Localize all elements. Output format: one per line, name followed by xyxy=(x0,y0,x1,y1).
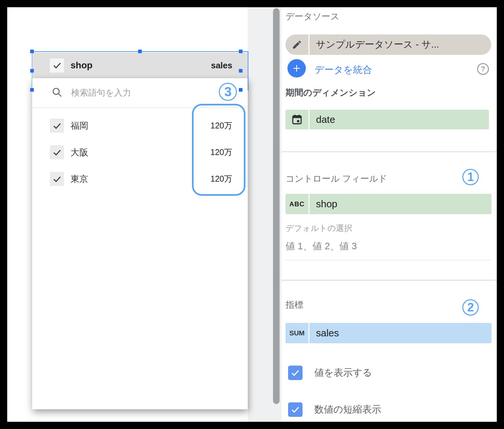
check-icon xyxy=(52,174,62,184)
date-dimension-heading: 期間のディメンション xyxy=(285,87,376,99)
show-values-checkbox[interactable] xyxy=(288,366,303,380)
row-label[interactable]: 東京 xyxy=(71,173,88,185)
filter-dimension-label: shop xyxy=(71,60,93,71)
row-label[interactable]: 大阪 xyxy=(71,147,88,158)
check-icon xyxy=(52,147,62,157)
row-checkbox[interactable] xyxy=(50,145,64,159)
show-values-option[interactable]: 値を表示する xyxy=(288,366,372,380)
filter-metric-label: sales xyxy=(211,60,232,71)
help-icon[interactable]: ? xyxy=(477,63,489,75)
row-label[interactable]: 福岡 xyxy=(71,120,88,132)
calendar-icon xyxy=(291,114,303,125)
selection-handle-bottom-left[interactable] xyxy=(30,88,34,92)
search-icon xyxy=(52,87,63,99)
metric-heading: 指標 xyxy=(285,299,303,311)
selection-handle-mid-right[interactable] xyxy=(239,69,242,73)
annotation-circle-2: 2 xyxy=(462,299,479,316)
check-icon xyxy=(52,60,62,70)
check-icon xyxy=(290,368,301,378)
check-icon xyxy=(290,404,301,415)
list-filter-control[interactable]: shop sales xyxy=(32,53,248,78)
date-field-type xyxy=(285,110,309,129)
annotation-rect-values xyxy=(192,104,245,196)
datasource-name: サンプルデータソース - サ... xyxy=(309,34,491,55)
row-checkbox[interactable] xyxy=(50,172,64,186)
sub-divider xyxy=(285,260,491,260)
search-input[interactable] xyxy=(71,88,196,98)
section-divider xyxy=(282,280,497,281)
show-values-label: 値を表示する xyxy=(314,366,372,379)
datasource-heading: データソース xyxy=(285,11,340,22)
selection-handle-top-left[interactable] xyxy=(30,50,34,53)
control-field-name: shop xyxy=(309,194,492,214)
properties-panel xyxy=(282,7,497,422)
compact-numbers-option[interactable]: 数値の短縮表示 xyxy=(288,402,381,417)
select-all-checkbox[interactable] xyxy=(50,58,64,73)
plus-icon xyxy=(292,63,302,73)
check-icon xyxy=(52,121,62,131)
annotation-circle-1: 1 xyxy=(462,169,479,185)
blend-data-button[interactable] xyxy=(287,59,306,78)
sum-aggregation-icon: SUM xyxy=(285,323,309,343)
compact-numbers-checkbox[interactable] xyxy=(288,402,303,417)
panel-scrollbar[interactable] xyxy=(273,8,280,404)
filter-header-row[interactable]: shop sales xyxy=(32,53,248,78)
pencil-icon xyxy=(292,39,302,50)
section-divider xyxy=(282,151,497,152)
screenshot-frame: shop sales xyxy=(0,0,504,429)
default-selection-value[interactable]: 値 1、値 2、値 3 xyxy=(285,240,357,253)
metric-field-name: sales xyxy=(309,323,492,343)
metric-chip[interactable]: SUM sales xyxy=(285,323,492,343)
compact-numbers-label: 数値の短縮表示 xyxy=(314,403,381,416)
selection-handle-mid-left[interactable] xyxy=(30,69,34,73)
selection-handle-top-right[interactable] xyxy=(239,50,242,53)
edit-datasource-button[interactable] xyxy=(285,34,309,55)
text-field-type-icon: ABC xyxy=(285,194,309,214)
control-field-heading: コントロール フィールド xyxy=(285,173,387,185)
annotation-circle-3: 3 xyxy=(219,83,237,101)
control-field-chip[interactable]: ABC shop xyxy=(285,194,492,214)
date-field-name: date xyxy=(309,110,489,129)
selection-handle-bottom-right[interactable] xyxy=(239,88,242,92)
default-selection-heading: デフォルトの選択 xyxy=(285,223,352,234)
date-dimension-chip[interactable]: date xyxy=(285,110,489,129)
row-checkbox[interactable] xyxy=(50,119,64,133)
blend-data-link[interactable]: データを統合 xyxy=(314,63,372,77)
report-canvas: shop sales xyxy=(7,7,248,422)
datasource-chip[interactable]: サンプルデータソース - サ... xyxy=(285,34,491,55)
selection-handle-top-middle[interactable] xyxy=(138,50,142,53)
